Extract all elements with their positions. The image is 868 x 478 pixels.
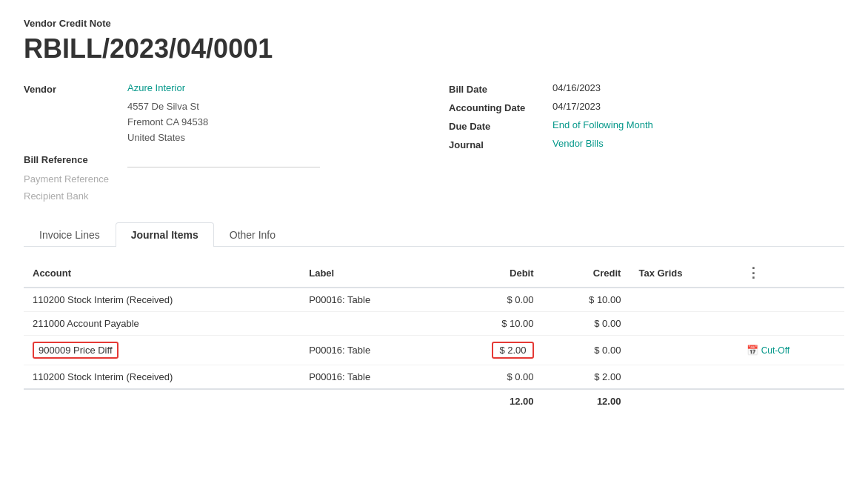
row1-credit: $ 10.00: [543, 288, 630, 312]
vendor-name[interactable]: Azure Interior: [127, 82, 185, 93]
row1-action: [738, 288, 844, 312]
row4-tax-grids: [630, 365, 737, 390]
calendar-icon: 📅: [747, 345, 758, 356]
row1-debit: $ 0.00: [438, 288, 542, 312]
tab-journal-items[interactable]: Journal Items: [116, 222, 214, 247]
row2-debit: $ 10.00: [438, 312, 542, 336]
cut-off-button[interactable]: 📅 Cut-Off: [747, 345, 789, 356]
vendor-address: 4557 De Silva St Fremont CA 94538 United…: [127, 99, 419, 145]
journal-items-table: Account Label Debit Credit Tax Grids ⋮ 1…: [24, 259, 844, 413]
row3-credit: $ 0.00: [543, 336, 630, 365]
accounting-date-value: 04/17/2023: [552, 101, 601, 112]
tab-other-info[interactable]: Other Info: [214, 222, 291, 247]
tab-invoice-lines[interactable]: Invoice Lines: [24, 222, 116, 247]
table-menu-icon[interactable]: ⋮: [747, 265, 760, 280]
row4-credit: $ 2.00: [543, 365, 630, 390]
vendor-section: Vendor Azure Interior 4557 De Silva St F…: [24, 82, 419, 205]
row4-action: [738, 365, 844, 390]
row4-label: P00016: Table: [300, 365, 438, 390]
table-row: 211000 Account Payable $ 10.00 $ 0.00: [24, 312, 844, 336]
tab-bar: Invoice Lines Journal Items Other Info: [24, 222, 844, 247]
row3-tax-grids: [630, 336, 737, 365]
row1-account: 110200 Stock Interim (Received): [24, 288, 300, 312]
payment-reference-label: Payment Reference: [24, 173, 419, 185]
row3-label: P00016: Table: [300, 336, 438, 365]
dates-section: Bill Date 04/16/2023 Accounting Date 04/…: [449, 82, 844, 205]
col-label: Label: [300, 259, 438, 288]
totals-empty-4: [738, 389, 844, 413]
due-date-value[interactable]: End of Following Month: [552, 119, 653, 130]
totals-empty-1: [24, 389, 300, 413]
row2-credit: $ 0.00: [543, 312, 630, 336]
col-tax-grids: Tax Grids: [630, 259, 737, 288]
cut-off-label: Cut-Off: [761, 345, 789, 356]
debit-highlight: $ 2.00: [492, 342, 533, 359]
accounting-date-label: Accounting Date: [449, 101, 552, 113]
table-row: 110200 Stock Interim (Received) P00016: …: [24, 288, 844, 312]
row1-tax-grids: [630, 288, 737, 312]
totals-empty-3: [630, 389, 737, 413]
table-row-highlighted: 900009 Price Diff P00016: Table $ 2.00 $…: [24, 336, 844, 365]
totals-debit: 12.00: [438, 389, 542, 413]
col-debit: Debit: [438, 259, 542, 288]
row2-tax-grids: [630, 312, 737, 336]
recipient-bank-label: Recipient Bank: [24, 190, 419, 202]
row3-action[interactable]: 📅 Cut-Off: [738, 336, 844, 365]
row4-debit: $ 0.00: [438, 365, 542, 390]
bill-date-value: 04/16/2023: [552, 82, 601, 93]
row3-debit: $ 2.00: [438, 336, 542, 365]
account-highlight: 900009 Price Diff: [33, 342, 118, 359]
row4-account: 110200 Stock Interim (Received): [24, 365, 300, 390]
row3-account: 900009 Price Diff: [24, 336, 300, 365]
col-account: Account: [24, 259, 300, 288]
bill-reference-label: Bill Reference: [24, 153, 127, 165]
totals-row: 12.00 12.00: [24, 389, 844, 413]
table-row: 110200 Stock Interim (Received) P00016: …: [24, 365, 844, 390]
totals-empty-2: [300, 389, 438, 413]
row2-account: 211000 Account Payable: [24, 312, 300, 336]
row2-label: [300, 312, 438, 336]
col-credit: Credit: [543, 259, 630, 288]
document-type: Vendor Credit Note: [24, 18, 844, 29]
due-date-label: Due Date: [449, 119, 552, 132]
col-actions: ⋮: [738, 259, 844, 288]
row1-label: P00016: Table: [300, 288, 438, 312]
row2-action: [738, 312, 844, 336]
journal-value[interactable]: Vendor Bills: [552, 138, 604, 149]
bill-reference-input[interactable]: [127, 153, 320, 167]
totals-credit: 12.00: [543, 389, 630, 413]
document-title: RBILL/2023/04/0001: [24, 33, 844, 64]
bill-date-label: Bill Date: [449, 82, 552, 95]
vendor-label: Vendor: [24, 82, 127, 95]
journal-label: Journal: [449, 138, 552, 150]
